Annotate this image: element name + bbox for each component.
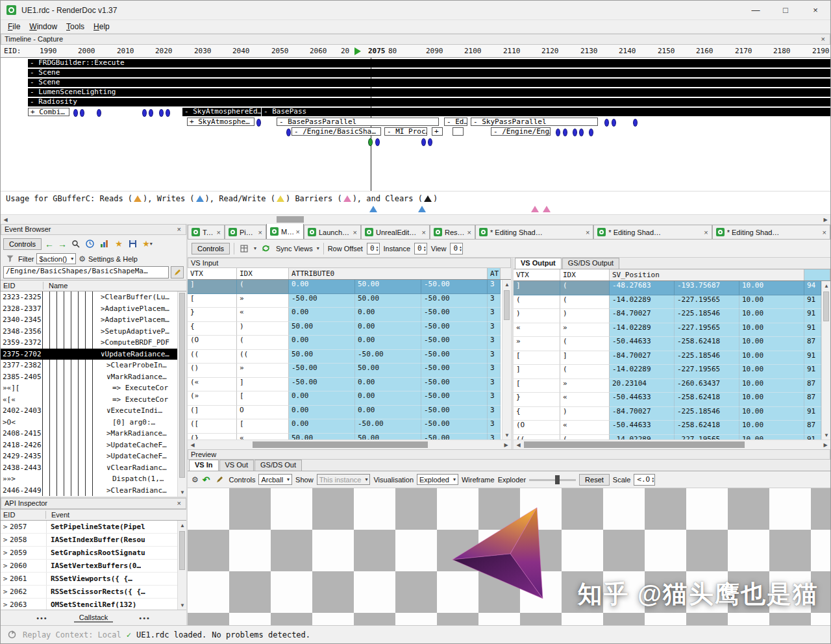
event-row[interactable]: >O<[0] arg0:…: [1, 417, 177, 428]
mesh-row[interactable]: ))-84.70027-225.1854610.0091: [514, 309, 821, 323]
timeline-blue-event-marker[interactable]: [573, 129, 577, 136]
timeline-blue-event-marker[interactable]: [589, 129, 593, 136]
api-event-row[interactable]: >2063OMSetStencilRef(132): [1, 599, 177, 610]
event-row[interactable]: «[«=> ExecuteCor: [1, 394, 177, 406]
instance-stepper[interactable]: 0 ▲▼: [414, 243, 427, 254]
stats-chart-icon[interactable]: [99, 238, 110, 250]
timeline-block[interactable]: - /Engine/BasicSha…: [291, 127, 381, 136]
api-event-row[interactable]: >2062RSSetScissorRects({ {…: [1, 586, 177, 599]
visualisation-select[interactable]: Exploded ▾: [417, 474, 458, 485]
vs-output-vscrollbar[interactable]: ▲ ▼: [821, 281, 830, 440]
spin-down-icon[interactable]: ▼: [377, 249, 378, 252]
api-event-row[interactable]: >2058IASetIndexBuffer(Resou: [1, 534, 177, 547]
column-header[interactable]: IDX: [560, 269, 610, 280]
mesh-row[interactable]: «»-14.02289-227.1956510.0091: [514, 323, 821, 338]
mesh-row[interactable]: (((-14.02289-227.1956510.0091: [514, 435, 821, 440]
timeline-blue-event-marker[interactable]: [166, 109, 170, 117]
timeline-blue-event-marker[interactable]: [563, 129, 567, 136]
forward-arrow-icon[interactable]: →: [57, 239, 68, 249]
mesh-preview-viewport[interactable]: 知乎 @猫头鹰也是猫: [188, 488, 830, 625]
slider-thumb[interactable]: [555, 475, 560, 484]
filter-preset-select[interactable]: $action() ▾: [36, 253, 76, 264]
api-event-row[interactable]: >2060IASetVertexBuffers(0…: [1, 560, 177, 573]
timeline-block[interactable]: + SkyAtmosphe…: [187, 118, 254, 126]
spin-down-icon[interactable]: ▼: [652, 480, 654, 483]
eid-column-header[interactable]: EID: [1, 282, 43, 290]
scroll-left-icon[interactable]: ◀: [514, 440, 523, 450]
timeline-block[interactable]: - Scene: [28, 69, 830, 77]
timing-clock-icon[interactable]: [84, 238, 96, 250]
timeline-green-event-marker[interactable]: [368, 138, 373, 146]
expander-icon[interactable]: >: [1, 549, 10, 557]
document-tab[interactable]: * Editing Shad…×: [475, 225, 593, 239]
document-tab[interactable]: * Editing Shad…×: [712, 225, 830, 239]
scroll-thumb[interactable]: [504, 290, 510, 320]
reset-button[interactable]: Reset: [579, 474, 610, 486]
timeline-blue-event-marker[interactable]: [256, 119, 261, 127]
row-offset-stepper[interactable]: 0 ▲▼: [367, 243, 380, 254]
timeline-blue-event-marker[interactable]: [556, 129, 560, 136]
close-tab-icon[interactable]: ×: [467, 229, 471, 236]
menu-window[interactable]: Window: [25, 21, 62, 32]
mesh-row[interactable]: ()»-50.0050.00-50.003: [188, 364, 502, 378]
show-instance-select[interactable]: This instance ▾: [317, 474, 371, 485]
timeline-block[interactable]: + Combi…: [28, 108, 69, 116]
close-tab-icon[interactable]: ×: [704, 229, 708, 236]
maximize-button[interactable]: □: [771, 1, 800, 20]
mesh-row[interactable]: (O(0.000.00-50.003: [188, 336, 502, 350]
highlight-vertex-icon[interactable]: [214, 474, 226, 486]
mesh-controls-button[interactable]: Controls: [192, 243, 230, 254]
timeline-block[interactable]: - LumenSceneLighting: [28, 88, 830, 97]
scroll-thumb[interactable]: [823, 291, 829, 321]
vs-input-hscrollbar[interactable]: ◀ ▶: [188, 440, 511, 449]
timeline-block[interactable]: - /Engine/Eng…: [491, 127, 551, 136]
event-browser-header[interactable]: Event Browser ×: [1, 224, 186, 235]
scroll-down-icon[interactable]: ▼: [178, 601, 186, 610]
timeline-blue-event-marker[interactable]: [80, 109, 84, 117]
scroll-right-icon[interactable]: ▶: [821, 215, 830, 225]
close-tab-icon[interactable]: ×: [353, 229, 357, 236]
document-tab[interactable]: Text…×: [188, 225, 225, 239]
preview-header[interactable]: Preview: [188, 449, 830, 460]
scroll-left-icon[interactable]: ◀: [188, 440, 197, 450]
chevron-down-icon[interactable]: ▾: [254, 245, 256, 251]
timeline-blue-event-marker[interactable]: [149, 109, 153, 117]
scroll-down-icon[interactable]: ▼: [178, 488, 186, 497]
preview-tab[interactable]: VS In: [189, 460, 219, 471]
preview-tab[interactable]: VS Out: [219, 460, 254, 471]
timeline-blue-event-marker[interactable]: [421, 138, 426, 146]
timeline-panel-header[interactable]: Timeline - Capture ×: [1, 34, 830, 45]
bookmark-star-icon[interactable]: ★: [113, 238, 125, 250]
document-tab[interactable]: Pipe…×: [225, 225, 266, 239]
timeline-hscrollbar[interactable]: ◀ ▶: [1, 214, 830, 224]
timeline-block[interactable]: [453, 127, 464, 136]
gear-icon[interactable]: ⚙: [192, 475, 199, 484]
api-event-row[interactable]: >2057SetPipelineState(Pipel: [1, 521, 177, 534]
timeline-scroll-thumb[interactable]: [277, 216, 304, 223]
timeline-blue-event-marker[interactable]: [97, 109, 101, 117]
scroll-right-icon[interactable]: ▶: [501, 440, 511, 450]
expander-icon[interactable]: >: [1, 575, 10, 583]
event-row[interactable]: 2348-2356>SetupAdaptiveP…: [1, 326, 177, 338]
sync-views-icon[interactable]: [260, 243, 272, 254]
reset-camera-icon[interactable]: ↶: [202, 475, 211, 485]
document-tab[interactable]: * Editing Shad…×: [593, 225, 712, 239]
overflow-dots[interactable]: •••: [139, 614, 151, 622]
replay-context-icon[interactable]: [6, 629, 18, 641]
mesh-row[interactable]: ](-48.27683-193.7568710.0094: [514, 281, 821, 295]
timeline-blue-event-marker[interactable]: [612, 119, 616, 127]
document-tab[interactable]: Launch …×: [304, 225, 361, 239]
mesh-row[interactable]: [»20.23104-260.6343710.0087: [514, 379, 821, 393]
exploder-slider[interactable]: [529, 475, 576, 485]
wireframe-label[interactable]: Wireframe: [462, 476, 495, 484]
search-icon[interactable]: [70, 238, 82, 250]
event-row[interactable]: 2375-2702∨UpdateRadiance…: [1, 349, 177, 360]
edit-filter-button[interactable]: [171, 266, 184, 279]
timeline-block[interactable]: - BasePassParallel: [277, 118, 439, 126]
event-row[interactable]: 2328-2337>AdaptivePlacem…: [1, 303, 177, 315]
spin-down-icon[interactable]: ▼: [460, 249, 462, 252]
camera-mode-select[interactable]: Arcball ▾: [258, 474, 292, 485]
settings-help-link[interactable]: Settings & Help: [88, 255, 138, 263]
scroll-up-icon[interactable]: ▲: [502, 280, 511, 289]
vs-output-hscrollbar[interactable]: ◀ ▶: [514, 440, 830, 449]
